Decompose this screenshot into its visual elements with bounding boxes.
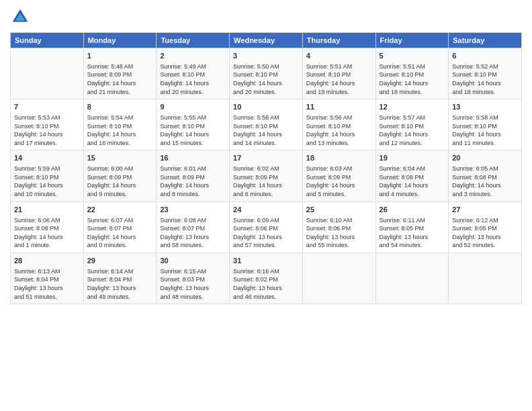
cell-content: Sunrise: 5:59 AM Sunset: 8:10 PM Dayligh… [14,165,80,198]
calendar-cell: 31Sunrise: 6:16 AM Sunset: 8:02 PM Dayli… [230,253,303,304]
calendar-cell: 19Sunrise: 6:04 AM Sunset: 8:08 PM Dayli… [375,150,449,201]
calendar-cell: 23Sunrise: 6:08 AM Sunset: 8:07 PM Dayli… [157,201,230,253]
calendar-cell: 2Sunrise: 5:49 AM Sunset: 8:10 PM Daylig… [157,48,230,99]
date-number: 20 [452,153,518,163]
cell-content: Sunrise: 5:51 AM Sunset: 8:10 PM Dayligh… [306,62,372,96]
cell-content: Sunrise: 5:57 AM Sunset: 8:10 PM Dayligh… [380,113,445,147]
week-row-2: 7Sunrise: 5:53 AM Sunset: 8:10 PM Daylig… [11,99,522,150]
calendar-table: SundayMondayTuesdayWednesdayThursdayFrid… [10,32,522,304]
column-header-thursday: Thursday [302,33,375,48]
calendar-cell: 1Sunrise: 5:48 AM Sunset: 8:09 PM Daylig… [83,48,157,99]
calendar-cell: 22Sunrise: 6:07 AM Sunset: 8:07 PM Dayli… [83,201,157,253]
calendar-cell: 6Sunrise: 5:52 AM Sunset: 8:10 PM Daylig… [449,48,522,99]
week-row-5: 28Sunrise: 6:13 AM Sunset: 8:04 PM Dayli… [11,253,522,304]
cell-content: Sunrise: 6:13 AM Sunset: 8:04 PM Dayligh… [14,267,80,301]
date-number: 16 [160,153,226,163]
calendar-cell: 8Sunrise: 5:54 AM Sunset: 8:10 PM Daylig… [83,99,157,150]
cell-content: Sunrise: 6:07 AM Sunset: 8:07 PM Dayligh… [87,216,153,250]
date-number: 17 [233,153,299,163]
date-number: 25 [306,205,372,215]
date-number: 1 [87,51,153,61]
calendar-cell: 9Sunrise: 5:55 AM Sunset: 8:10 PM Daylig… [157,99,230,150]
date-number: 27 [452,205,518,215]
week-row-3: 14Sunrise: 5:59 AM Sunset: 8:10 PM Dayli… [11,150,522,201]
page: SundayMondayTuesdayWednesdayThursdayFrid… [0,0,532,411]
calendar-cell: 29Sunrise: 6:14 AM Sunset: 8:04 PM Dayli… [83,253,157,304]
date-number: 29 [87,256,153,266]
column-header-tuesday: Tuesday [157,33,230,48]
cell-content: Sunrise: 6:04 AM Sunset: 8:08 PM Dayligh… [380,165,445,198]
cell-content: Sunrise: 6:00 AM Sunset: 8:09 PM Dayligh… [87,165,153,198]
date-number: 19 [380,153,445,163]
date-number: 14 [14,153,80,163]
calendar-cell: 25Sunrise: 6:10 AM Sunset: 8:06 PM Dayli… [302,201,375,253]
date-number: 15 [87,153,153,163]
column-header-sunday: Sunday [11,33,84,48]
cell-content: Sunrise: 5:56 AM Sunset: 8:10 PM Dayligh… [233,113,299,147]
cell-content: Sunrise: 6:06 AM Sunset: 8:08 PM Dayligh… [14,216,80,250]
cell-content: Sunrise: 5:51 AM Sunset: 8:10 PM Dayligh… [380,62,445,96]
column-header-saturday: Saturday [449,33,522,48]
date-number: 22 [87,205,153,215]
date-number: 30 [160,256,226,266]
date-number: 21 [14,205,80,215]
date-number: 3 [233,51,299,61]
date-number: 24 [233,205,299,215]
logo [10,7,33,27]
calendar-cell: 27Sunrise: 6:12 AM Sunset: 8:05 PM Dayli… [449,201,522,253]
calendar-cell: 24Sunrise: 6:09 AM Sunset: 8:06 PM Dayli… [230,201,303,253]
cell-content: Sunrise: 5:49 AM Sunset: 8:10 PM Dayligh… [160,62,226,96]
date-number: 28 [14,256,80,266]
date-number: 23 [160,205,226,215]
cell-content: Sunrise: 6:14 AM Sunset: 8:04 PM Dayligh… [87,267,153,301]
calendar-cell: 11Sunrise: 5:56 AM Sunset: 8:10 PM Dayli… [302,99,375,150]
cell-content: Sunrise: 5:55 AM Sunset: 8:10 PM Dayligh… [160,113,226,147]
calendar-cell: 21Sunrise: 6:06 AM Sunset: 8:08 PM Dayli… [11,201,84,253]
calendar-cell [302,253,375,304]
cell-content: Sunrise: 6:16 AM Sunset: 8:02 PM Dayligh… [233,267,299,301]
cell-content: Sunrise: 5:48 AM Sunset: 8:09 PM Dayligh… [87,62,153,96]
cell-content: Sunrise: 6:10 AM Sunset: 8:06 PM Dayligh… [306,216,372,250]
date-number: 18 [306,153,372,163]
calendar-cell: 12Sunrise: 5:57 AM Sunset: 8:10 PM Dayli… [375,99,449,150]
date-number: 6 [452,51,518,61]
calendar-cell: 26Sunrise: 6:11 AM Sunset: 8:05 PM Dayli… [375,201,449,253]
date-number: 5 [380,51,445,61]
calendar-cell: 18Sunrise: 6:03 AM Sunset: 8:09 PM Dayli… [302,150,375,201]
calendar-cell [375,253,449,304]
header [10,7,522,27]
week-row-1: 1Sunrise: 5:48 AM Sunset: 8:09 PM Daylig… [11,48,522,99]
column-header-monday: Monday [83,33,157,48]
logo-icon [10,7,30,27]
date-number: 11 [306,102,372,112]
date-number: 12 [380,102,445,112]
date-number: 9 [160,102,226,112]
calendar-cell: 28Sunrise: 6:13 AM Sunset: 8:04 PM Dayli… [11,253,84,304]
cell-content: Sunrise: 5:56 AM Sunset: 8:10 PM Dayligh… [306,113,372,147]
cell-content: Sunrise: 6:15 AM Sunset: 8:03 PM Dayligh… [160,267,226,301]
calendar-cell: 20Sunrise: 6:05 AM Sunset: 8:08 PM Dayli… [449,150,522,201]
cell-content: Sunrise: 6:11 AM Sunset: 8:05 PM Dayligh… [380,216,445,250]
date-number: 4 [306,51,372,61]
cell-content: Sunrise: 6:03 AM Sunset: 8:09 PM Dayligh… [306,165,372,198]
cell-content: Sunrise: 6:08 AM Sunset: 8:07 PM Dayligh… [160,216,226,250]
calendar-cell: 14Sunrise: 5:59 AM Sunset: 8:10 PM Dayli… [11,150,84,201]
calendar-cell [11,48,84,99]
calendar-cell: 16Sunrise: 6:01 AM Sunset: 8:09 PM Dayli… [157,150,230,201]
cell-content: Sunrise: 6:02 AM Sunset: 8:09 PM Dayligh… [233,165,299,198]
date-number: 2 [160,51,226,61]
calendar-cell: 30Sunrise: 6:15 AM Sunset: 8:03 PM Dayli… [157,253,230,304]
calendar-header-row: SundayMondayTuesdayWednesdayThursdayFrid… [11,33,522,48]
date-number: 13 [452,102,518,112]
column-header-wednesday: Wednesday [230,33,303,48]
column-header-friday: Friday [375,33,449,48]
cell-content: Sunrise: 5:52 AM Sunset: 8:10 PM Dayligh… [452,62,518,96]
calendar-cell: 7Sunrise: 5:53 AM Sunset: 8:10 PM Daylig… [11,99,84,150]
calendar-cell: 3Sunrise: 5:50 AM Sunset: 8:10 PM Daylig… [230,48,303,99]
cell-content: Sunrise: 6:09 AM Sunset: 8:06 PM Dayligh… [233,216,299,250]
cell-content: Sunrise: 6:12 AM Sunset: 8:05 PM Dayligh… [452,216,518,250]
week-row-4: 21Sunrise: 6:06 AM Sunset: 8:08 PM Dayli… [11,201,522,253]
cell-content: Sunrise: 5:58 AM Sunset: 8:10 PM Dayligh… [452,113,518,147]
cell-content: Sunrise: 5:50 AM Sunset: 8:10 PM Dayligh… [233,62,299,96]
cell-content: Sunrise: 6:05 AM Sunset: 8:08 PM Dayligh… [452,165,518,198]
